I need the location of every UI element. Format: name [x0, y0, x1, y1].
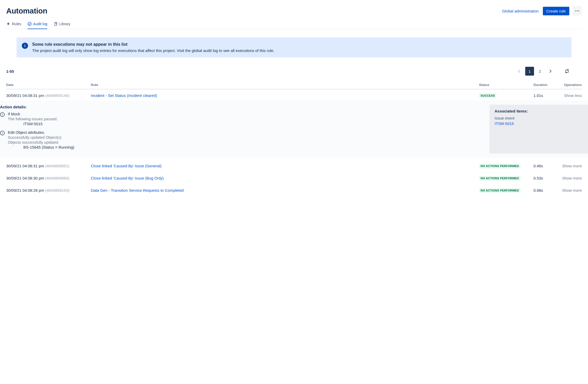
svg-point-0: [575, 10, 576, 11]
row-detail-panel: Action details: i If block The following…: [0, 101, 588, 158]
action-item: i Edit Object attributes. Successfully u…: [0, 130, 485, 149]
col-header-operations: Operations: [555, 83, 582, 87]
svg-point-1: [577, 10, 577, 11]
action-indent: ITSM-5015: [8, 122, 58, 126]
tab-rules[interactable]: Rules: [6, 20, 21, 29]
info-banner-body: The project audit log will only show log…: [32, 48, 274, 53]
action-sub: Successfully updated Object(s): [8, 135, 74, 140]
table-row: 30/09/21 04:08:31 pm (4849859146) Incide…: [6, 89, 582, 102]
svg-point-2: [578, 10, 579, 11]
row-duration: 0.53s: [534, 176, 543, 180]
action-title: If block: [8, 112, 58, 116]
pagination-next[interactable]: [546, 67, 555, 76]
refresh-icon: [564, 69, 570, 74]
global-administration-link[interactable]: Global administration: [501, 7, 540, 15]
chevron-right-icon: [548, 69, 553, 74]
table-row: 30/09/21 04:08:28 pm (4849858193) Data G…: [6, 184, 582, 196]
refresh-button[interactable]: [563, 67, 571, 76]
show-more-link[interactable]: Show more: [562, 176, 582, 180]
svg-rect-4: [55, 23, 57, 25]
copy-icon: [53, 22, 58, 26]
row-datetime: 30/09/21 04:08:31 pm: [6, 164, 44, 168]
tab-library-label: Library: [59, 22, 70, 26]
create-rule-button[interactable]: Create rule: [543, 7, 569, 15]
row-datetime: 30/09/21 04:08:28 pm: [6, 188, 44, 193]
col-header-status: Status: [479, 83, 534, 87]
status-badge: NO ACTIONS PERFORMED: [479, 164, 521, 168]
info-banner: i Some rule executions may not appear in…: [17, 37, 571, 57]
show-more-link[interactable]: Show more: [562, 164, 582, 168]
col-header-rule: Rule: [91, 83, 479, 87]
tab-audit-log-label: Audit log: [33, 22, 47, 26]
audit-log-table: Date Rule Status Duration Operations 30/…: [6, 81, 582, 196]
action-sub: The following issues passed:: [8, 117, 58, 121]
tab-audit-log[interactable]: Audit log: [28, 20, 47, 29]
info-outline-icon: i: [0, 131, 5, 135]
row-id: (4849858980): [45, 176, 69, 180]
col-header-date: Date: [6, 83, 91, 87]
tabs: Rules Audit log Library: [6, 20, 582, 29]
associated-items-heading: Associated items:: [495, 109, 583, 113]
tab-library[interactable]: Library: [53, 20, 70, 29]
action-sub: Objects successfully updated: [8, 140, 74, 144]
row-id: (4849858991): [45, 164, 69, 168]
chevron-left-icon: [517, 69, 522, 74]
associated-item-link[interactable]: ITSM-5015: [495, 121, 583, 126]
pagination-page-2[interactable]: 2: [536, 67, 544, 76]
pagination: 1 2: [515, 67, 571, 76]
row-id: (4849858193): [45, 188, 69, 193]
result-range: 1-50: [6, 69, 14, 74]
show-less-link[interactable]: Show less: [564, 93, 582, 98]
bolt-icon: [6, 22, 10, 26]
action-indent: BS-15645 (Status = Running): [8, 145, 74, 149]
pagination-page-1[interactable]: 1: [525, 67, 534, 76]
action-title: Edit Object attributes.: [8, 130, 74, 135]
col-header-duration: Duration: [534, 83, 555, 87]
info-icon: i: [22, 43, 28, 49]
pagination-prev[interactable]: [515, 67, 524, 76]
info-banner-title: Some rule executions may not appear in t…: [32, 42, 274, 47]
tab-rules-label: Rules: [12, 22, 21, 26]
row-duration: 0.68s: [534, 188, 543, 193]
row-datetime: 30/09/21 04:08:31 pm: [6, 93, 44, 98]
status-badge: NO ACTIONS PERFORMED: [479, 188, 521, 193]
page-title: Automation: [6, 7, 47, 15]
associated-item-type: Issue event: [495, 116, 583, 120]
rule-link[interactable]: Incident - Set Status (Incident cleared): [91, 93, 157, 98]
check-circle-icon: [28, 22, 32, 26]
info-outline-icon: i: [0, 112, 5, 117]
more-horizontal-icon: [575, 8, 580, 14]
table-row: 30/09/21 04:08:30 pm (4849858980) Close …: [6, 172, 582, 184]
row-datetime: 30/09/21 04:08:30 pm: [6, 176, 44, 180]
row-duration: 0.46s: [534, 164, 543, 168]
rule-link[interactable]: Close linked 'Caused By' Issue (General): [91, 164, 162, 168]
show-more-link[interactable]: Show more: [562, 188, 582, 193]
more-actions-button[interactable]: [572, 6, 582, 16]
action-item: i If block The following issues passed: …: [0, 112, 485, 126]
status-badge: SUCCESS: [479, 93, 496, 98]
rule-link[interactable]: Data Gen - Transition Service Requests t…: [91, 188, 184, 193]
table-row: 30/09/21 04:08:31 pm (4849858991) Close …: [6, 160, 582, 172]
status-badge: NO ACTIONS PERFORMED: [479, 176, 521, 181]
action-details-heading: Action details:: [0, 105, 485, 109]
row-duration: 1.01s: [534, 93, 543, 98]
rule-link[interactable]: Close linked 'Caused By' Issue (Bug Only…: [91, 176, 164, 180]
row-id: (4849859146): [45, 93, 69, 98]
